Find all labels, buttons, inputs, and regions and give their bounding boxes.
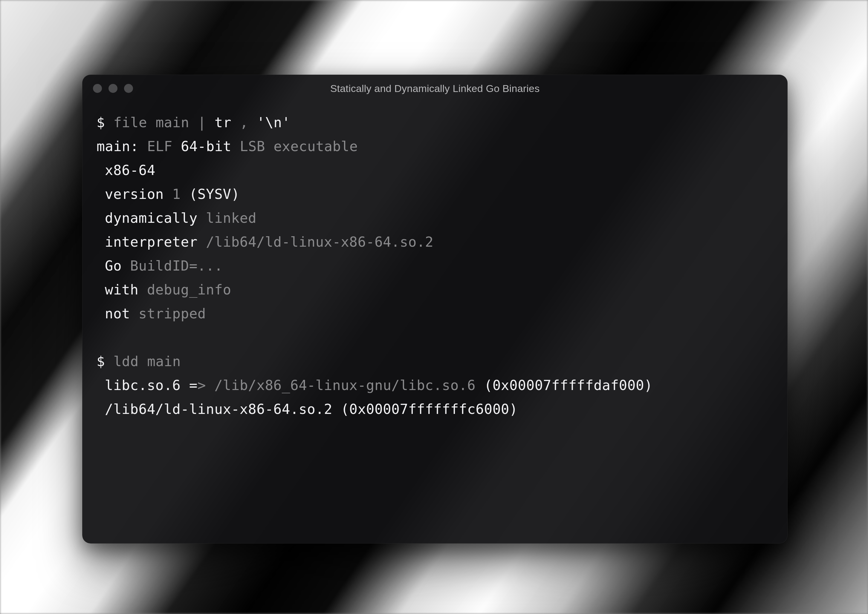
cmd-token: tr — [215, 115, 231, 130]
command-line-1: $ file main | tr , '\n' — [96, 110, 773, 134]
output-line: libc.so.6 => /lib/x86_64-linux-gnu/libc.… — [96, 373, 773, 397]
out-token: dynamically — [105, 210, 198, 226]
terminal-body[interactable]: $ file main | tr , '\n'main: ELF 64-bit … — [82, 102, 788, 436]
blank-line — [96, 326, 773, 349]
out-token: linked — [206, 210, 257, 226]
out-token: /lib/x86_64-linux-gnu/libc.so.6 — [214, 377, 476, 393]
output-line: dynamically linked — [96, 206, 773, 230]
out-token: Go — [105, 258, 122, 274]
out-token: 1 — [172, 186, 180, 202]
out-token: not — [105, 305, 130, 322]
out-token: with — [105, 282, 139, 298]
minimize-button[interactable] — [109, 84, 117, 93]
out-token: (0x00007fffffdaf000) — [484, 377, 652, 393]
out-token: > — [198, 377, 206, 393]
out-token: debug_info — [147, 282, 231, 298]
output-line: Go BuildID=... — [96, 254, 773, 278]
cmd-token: | — [198, 115, 206, 130]
cmd-token: file — [113, 115, 147, 130]
cmd-token: , — [240, 115, 248, 130]
out-token: version — [105, 186, 164, 202]
output-line: /lib64/ld-linux-x86-64.so.2 (0x00007ffff… — [96, 397, 773, 421]
cmd-token: '\n' — [257, 115, 291, 130]
output-line: x86-64 — [96, 158, 773, 182]
cmd-token: main — [147, 353, 181, 369]
output-line: version 1 (SYSV) — [96, 182, 773, 206]
close-button[interactable] — [93, 84, 102, 93]
prompt: $ — [96, 115, 105, 130]
output-line: main: ELF 64-bit LSB executable — [96, 134, 773, 158]
out-token: executable — [274, 138, 358, 154]
prompt: $ — [96, 353, 105, 369]
out-token: libc.so.6 — [105, 377, 181, 393]
cmd-token: ldd — [113, 353, 139, 369]
out-token: interpreter — [105, 234, 198, 250]
command-line-2: $ ldd main — [96, 349, 773, 373]
terminal-window: Statically and Dynamically Linked Go Bin… — [82, 74, 788, 544]
out-token: 64-bit — [181, 138, 231, 154]
out-token: stripped — [138, 305, 206, 322]
out-token: main: — [96, 138, 139, 154]
out-token: x86-64 — [105, 162, 156, 178]
cmd-token: main — [156, 115, 189, 130]
traffic-lights — [93, 84, 133, 93]
titlebar[interactable]: Statically and Dynamically Linked Go Bin… — [82, 74, 788, 102]
out-token: BuildID=... — [130, 258, 223, 274]
out-token: ELF — [147, 138, 173, 154]
out-token: /lib64/ld-linux-x86-64.so.2 — [206, 234, 433, 250]
output-line: not stripped — [96, 302, 773, 326]
out-token: /lib64/ld-linux-x86-64.so.2 (0x00007ffff… — [105, 401, 518, 417]
out-token: LSB — [240, 138, 265, 154]
zoom-button[interactable] — [124, 84, 133, 93]
out-token: = — [189, 377, 198, 393]
window-title: Statically and Dynamically Linked Go Bin… — [82, 83, 788, 95]
out-token: (SYSV) — [189, 186, 240, 202]
output-line: interpreter /lib64/ld-linux-x86-64.so.2 — [96, 230, 773, 254]
output-line: with debug_info — [96, 278, 773, 302]
